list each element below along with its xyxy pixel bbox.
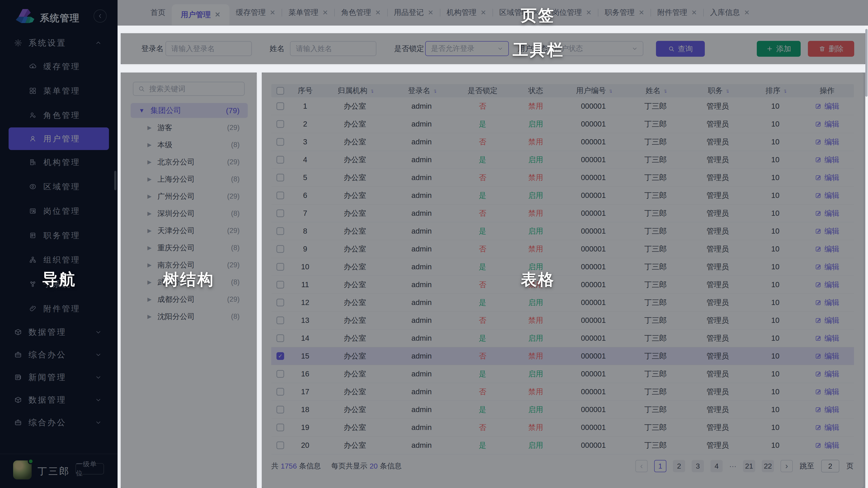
nav-region-label: 导航 [42, 269, 76, 290]
tree-region-label: 树结构 [163, 269, 215, 290]
page-scrollbar-track[interactable] [865, 26, 868, 488]
page-scrollbar-thumb[interactable] [865, 29, 868, 97]
app-window: 系统管理 系统设置缓存管理菜单管理角色管理用户管理机构管理区域管理岗位管理职务管… [0, 0, 868, 488]
tree-dim-overlay: 树结构 [121, 72, 257, 488]
nav-dim-overlay: 导航 [0, 0, 118, 488]
toolbar-dim-overlay: 工具栏 [121, 33, 865, 64]
table-region-label: 表格 [521, 269, 555, 290]
toolbar-region-label: 工具栏 [513, 39, 564, 61]
tabs-region-label: 页签 [521, 5, 555, 26]
table-dim-overlay: 表格 [262, 72, 865, 488]
tabs-dim-overlay: 页签 [118, 0, 868, 26]
